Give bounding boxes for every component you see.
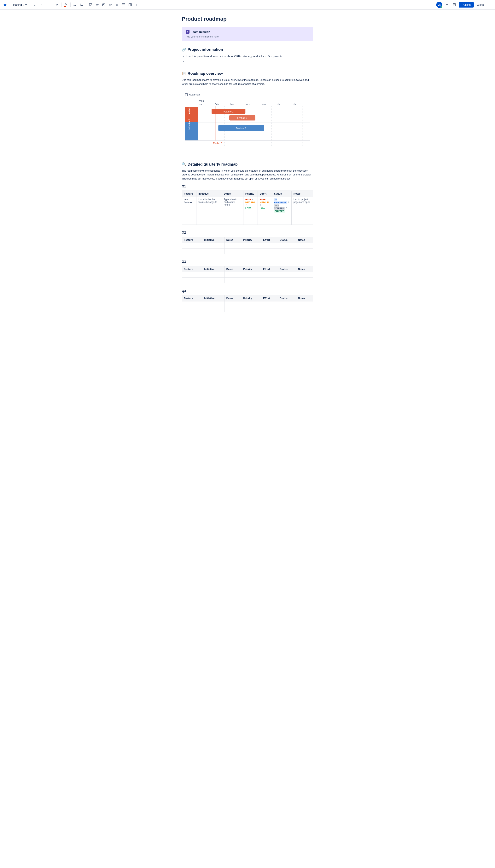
table-row [182, 243, 313, 248]
col-feature: Feature [182, 237, 202, 243]
col-priority: Priority [243, 191, 258, 197]
toolbar-divider-4 [70, 2, 71, 7]
col-notes: Notes [291, 191, 313, 197]
cell-dates[interactable]: Type /date to add a date range [222, 197, 243, 214]
q2-table: Feature Initiative Dates Priority Effort… [182, 237, 313, 254]
svg-point-4 [73, 5, 74, 6]
col-status: Status [278, 237, 296, 243]
save-icon-button[interactable] [451, 2, 457, 8]
svg-text:Feature 1: Feature 1 [223, 110, 234, 113]
table-row [182, 307, 313, 312]
mission-placeholder[interactable]: Add your team's mission here. [186, 35, 309, 38]
columns-button[interactable] [127, 2, 133, 8]
svg-text:2020: 2020 [199, 100, 204, 103]
cell-status[interactable]: IN PROGRESS / NOT STARTED / SHIPPED [272, 197, 291, 214]
effort-high: HIGH [260, 198, 266, 201]
image-icon [102, 3, 105, 6]
col-priority: Priority [241, 266, 261, 272]
col-effort: Effort [261, 295, 278, 301]
col-dates: Dates [224, 237, 241, 243]
project-info-title: Project information [188, 47, 223, 52]
quarterly-roadmap-desc: The roadmap shows the sequence in which … [182, 169, 313, 181]
table-header-row: Feature Initiative Dates Priority Effort… [182, 295, 313, 301]
svg-rect-3 [74, 5, 76, 5]
svg-rect-15 [122, 3, 125, 6]
effort-medium: MEDIUM [260, 201, 269, 204]
toolbar-right: CK + Publish Close ··· [436, 2, 493, 8]
col-effort: Effort [261, 266, 278, 272]
status-shipped: SHIPPED [274, 210, 285, 213]
cell-feature[interactable]: List feature [182, 197, 197, 214]
svg-text:Feature 2: Feature 2 [237, 117, 247, 120]
task-icon [89, 3, 92, 6]
q4-section: Q4 Feature Initiative Dates Priority Eff… [182, 289, 313, 312]
cell-effort[interactable]: HIGH / MEDIUM / LOW [258, 197, 272, 214]
image-button[interactable] [101, 2, 107, 8]
mission-heading: T Team mission [186, 30, 309, 34]
roadmap-chart-icon [185, 93, 188, 96]
emoji-button[interactable]: ☺ [114, 2, 120, 8]
heading-selector-label: Heading 2 [12, 3, 24, 6]
heading-selector[interactable]: Heading 2 ▾ [10, 2, 29, 7]
svg-text:Mar: Mar [231, 103, 235, 106]
insert-more-button[interactable]: + [134, 2, 140, 8]
mention-button[interactable]: @ [107, 2, 113, 8]
col-feature: Feature [182, 295, 202, 301]
col-initiative: Initiative [202, 295, 224, 301]
table-row [182, 301, 313, 307]
roadmap-overview-title: Roadmap overview [188, 71, 223, 76]
align-button[interactable]: ≡ ▾ [54, 2, 60, 8]
page-title: Product roadmap [182, 16, 313, 22]
svg-text:Marker 1: Marker 1 [213, 142, 222, 144]
svg-rect-24 [185, 93, 188, 96]
cell-priority[interactable]: HIGH / MEDIUM / LOW [243, 197, 258, 214]
add-button[interactable]: + [444, 2, 450, 8]
task-button[interactable] [88, 2, 93, 8]
col-notes: Notes [296, 295, 313, 301]
search-section-icon: 🔍 [182, 162, 186, 166]
table-insert-button[interactable] [121, 2, 126, 8]
numbered-list-icon: 1. 2. 3. [80, 3, 83, 6]
roadmap-overview-heading: 📋 Roadmap overview [182, 71, 313, 76]
text-color-chevron-icon: ▾ [66, 4, 67, 6]
svg-rect-43 [185, 107, 198, 122]
cell-notes[interactable]: Link to project pages and epics [291, 197, 313, 214]
table-row-empty-2 [182, 219, 313, 225]
link-icon [96, 3, 99, 6]
team-mission-box: T Team mission Add your team's mission h… [182, 26, 313, 41]
col-notes: Notes [296, 266, 313, 272]
text-color-button[interactable]: A ▾ [63, 2, 69, 8]
numbered-list-button[interactable]: 1. 2. 3. [79, 2, 85, 8]
q3-table: Feature Initiative Dates Priority Effort… [182, 266, 313, 283]
toolbar: Heading 2 ▾ B I ··· ≡ ▾ A ▾ 1. 2. 3. [0, 0, 495, 10]
link-button[interactable] [95, 2, 100, 8]
project-info-list: Use this panel to add information about … [182, 54, 313, 64]
svg-point-2 [73, 4, 74, 5]
toolbar-divider-5 [86, 2, 86, 7]
align-icon: ≡ [55, 3, 57, 6]
priority-low: LOW [245, 207, 251, 210]
svg-text:May: May [261, 103, 266, 106]
toolbar-divider-3 [61, 2, 62, 7]
cell-initiative[interactable]: List initiative that feature belongs to [197, 197, 222, 214]
col-initiative: Initiative [202, 237, 224, 243]
more-format-button[interactable]: ··· [45, 2, 51, 8]
q4-title: Q4 [182, 289, 313, 293]
q1-section: Q1 Feature Initiative Dates Priority Eff… [182, 185, 313, 225]
avatar-initials: CK [438, 3, 441, 6]
italic-button[interactable]: I [38, 2, 44, 8]
project-info-section: 🔗 Project information Use this panel to … [182, 47, 313, 64]
bullet-list-button[interactable] [72, 2, 78, 8]
svg-rect-7 [81, 4, 83, 4]
roadmap-overview-section: 📋 Roadmap overview Use this roadmap macr… [182, 71, 313, 154]
bold-button[interactable]: B [32, 2, 37, 8]
svg-rect-9 [81, 5, 83, 5]
table-header-row: Feature Initiative Dates Priority Effort… [182, 237, 313, 243]
svg-text:Jun: Jun [277, 103, 281, 106]
svg-rect-12 [89, 3, 92, 6]
publish-button[interactable]: Publish [459, 2, 474, 7]
more-options-button[interactable]: ··· [487, 2, 493, 8]
mission-icon: T [186, 30, 189, 34]
close-button[interactable]: Close [475, 2, 485, 7]
avatar[interactable]: CK [436, 2, 442, 8]
